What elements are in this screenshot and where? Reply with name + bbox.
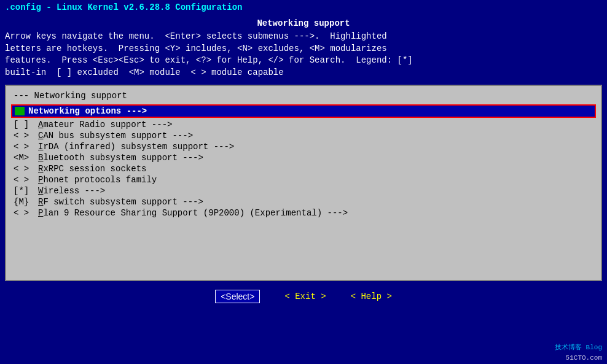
highlighted-item-label: Networking options ---> <box>28 106 147 116</box>
menu-items: Networking options --->[ ]Amateur Radio … <box>14 104 593 219</box>
item-bracket: [ ] <box>14 120 38 130</box>
exit-button[interactable]: < Exit > <box>284 292 326 301</box>
item-label: IrDA (infrared) subsystem support ---> <box>38 142 234 152</box>
item-bracket: < > <box>14 164 38 174</box>
header-text: Arrow keys navigate the menu. <Enter> se… <box>5 31 602 79</box>
item-label: Bluetooth subsystem support ---> <box>38 153 203 163</box>
header-title: Networking support <box>5 18 602 28</box>
item-bracket: < > <box>14 208 38 218</box>
item-label: Wireless ---> <box>38 186 105 196</box>
header-section: Networking support Arrow keys navigate t… <box>5 17 602 82</box>
menu-item-row[interactable]: < >CAN bus subsystem support ---> <box>14 130 593 141</box>
item-label: CAN bus subsystem support ---> <box>38 131 193 141</box>
menu-item-row[interactable]: {M}RF switch subsystem support ---> <box>14 196 593 207</box>
menu-item-row[interactable]: < >Plan 9 Resource Sharing Support (9P20… <box>14 207 593 219</box>
title-bar: .config - Linux Kernel v2.6.28.8 Configu… <box>0 0 607 15</box>
item-bracket: < > <box>14 175 38 185</box>
item-bracket: <M> <box>14 153 38 163</box>
menu-item-row[interactable]: Networking options ---> <box>11 104 596 118</box>
menu-box: --- Networking support Networking option… <box>5 85 602 281</box>
item-bracket: {M} <box>14 197 38 207</box>
footer: <Select> < Exit > < Help > <box>0 286 607 304</box>
title-text: .config - Linux Kernel v2.6.28.8 Configu… <box>5 2 242 12</box>
watermark-blog: 技术博客 Blog <box>555 343 602 352</box>
item-bracket: < > <box>14 142 38 152</box>
menu-item-row[interactable]: <M>Bluetooth subsystem support ---> <box>14 152 593 163</box>
item-label: RxRPC session sockets <box>38 164 146 174</box>
select-button[interactable]: <Select> <box>215 290 260 303</box>
item-label: Phonet protocols family <box>38 175 157 185</box>
menu-item-row[interactable]: [ ]Amateur Radio support ---> <box>14 119 593 130</box>
item-label: Amateur Radio support ---> <box>38 120 172 130</box>
watermark-site: 51CTO.com <box>566 354 602 362</box>
menu-item-row[interactable]: [*]Wireless ---> <box>14 185 593 196</box>
main-container: Networking support Arrow keys navigate t… <box>0 15 607 286</box>
green-indicator <box>15 107 25 115</box>
menu-heading: --- Networking support <box>14 91 593 101</box>
menu-item-row[interactable]: < >Phonet protocols family <box>14 174 593 185</box>
menu-item-row[interactable]: < >IrDA (infrared) subsystem support ---… <box>14 141 593 152</box>
menu-item-row[interactable]: < >RxRPC session sockets <box>14 163 593 174</box>
item-bracket: [*] <box>14 186 38 196</box>
item-label: Plan 9 Resource Sharing Support (9P2000)… <box>38 208 348 218</box>
item-label: RF switch subsystem support ---> <box>38 197 203 207</box>
help-button[interactable]: < Help > <box>351 292 392 301</box>
item-bracket: < > <box>14 131 38 141</box>
